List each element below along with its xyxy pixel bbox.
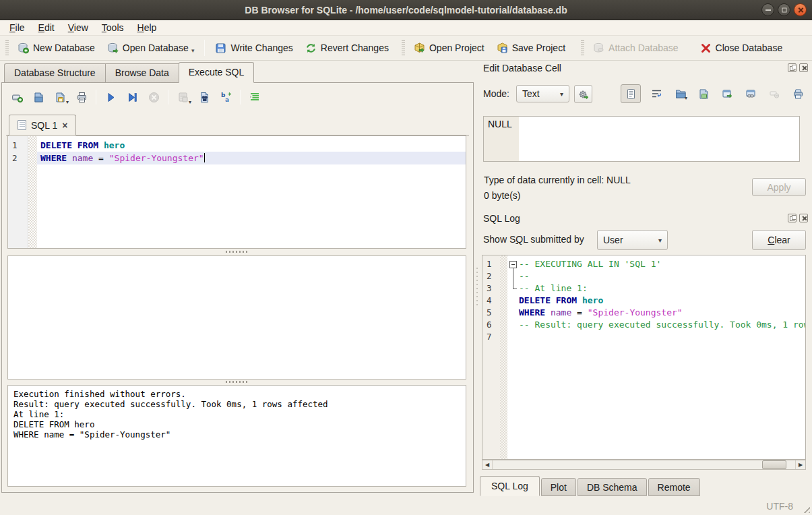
panes-splitter[interactable] — [474, 82, 480, 493]
save-file-icon — [698, 88, 710, 100]
save-dropdown-icon[interactable]: ▾ — [66, 99, 69, 105]
toolbar-handle[interactable] — [581, 40, 584, 55]
save-project-button[interactable]: Save Project — [491, 39, 571, 57]
tab-database-structure[interactable]: Database Structure — [4, 63, 105, 83]
sql-tab[interactable]: SQL 1 × — [9, 115, 76, 135]
import-dropdown-icon[interactable]: ▾ — [685, 95, 687, 101]
fold-marker-icon[interactable] — [507, 258, 519, 270]
open-sql-file-button[interactable] — [29, 88, 48, 106]
maximize-button[interactable] — [778, 3, 790, 16]
close-button[interactable] — [794, 3, 807, 16]
text-mode-toggle[interactable] — [621, 84, 641, 103]
find-button[interactable] — [195, 88, 214, 106]
main-toolbar: New Database Open Database ▾ Write Chang… — [0, 36, 812, 61]
tab-browse-data[interactable]: Browse Data — [105, 63, 179, 83]
menu-file[interactable]: File — [3, 21, 32, 34]
log-line-1: -- EXECUTING ALL IN 'SQL 1' — [507, 258, 805, 270]
menu-view[interactable]: View — [61, 21, 95, 34]
scrollbar-thumb[interactable] — [762, 460, 786, 469]
scroll-right-icon[interactable]: ▶ — [795, 460, 805, 469]
editor-text-area[interactable]: DELETE FROM hero WHERE name = "Spider-Yo… — [37, 136, 466, 248]
fold-marker-icon — [507, 282, 519, 295]
save-sql-file-button[interactable]: ▾ — [51, 88, 69, 106]
log-line-4: DELETE FROM hero — [507, 295, 805, 307]
log-line-2: -- — [507, 270, 805, 282]
open-in-external-button[interactable] — [719, 86, 735, 102]
menu-help[interactable]: Help — [131, 21, 164, 34]
float-dock-icon[interactable] — [788, 214, 797, 222]
close-database-button[interactable]: Close Database — [694, 39, 789, 57]
scrollbar-track[interactable] — [493, 460, 795, 469]
scroll-left-icon[interactable]: ◀ — [482, 460, 493, 469]
svg-text:a: a — [225, 96, 229, 103]
set-null-button[interactable] — [766, 86, 782, 102]
mode-combobox[interactable]: Text ▾ — [516, 85, 569, 102]
float-dock-icon[interactable] — [788, 63, 797, 72]
sql-log-view[interactable]: 1 2 3 4 5 6 7 -- EXECUTING ALL IN 'SQL 1… — [482, 255, 806, 460]
close-dock-icon[interactable] — [799, 63, 808, 72]
fold-marker-icon — [507, 331, 519, 343]
sql-toolbar: ▾ ▾ ba — [7, 88, 264, 106]
open-database-button[interactable]: Open Database ▾ — [101, 39, 201, 57]
line-number: 4 — [482, 295, 500, 307]
find-replace-button[interactable]: ba — [216, 88, 235, 106]
tab-sql-log[interactable]: SQL Log — [480, 476, 540, 496]
format-sql-button[interactable] — [245, 88, 264, 106]
results-table[interactable] — [7, 255, 466, 380]
write-changes-button[interactable]: Write Changes — [209, 39, 299, 57]
print-cell-button[interactable] — [790, 86, 806, 102]
revert-changes-icon — [305, 42, 317, 54]
apply-button[interactable]: Apply — [752, 178, 806, 196]
auto-format-button[interactable] — [574, 85, 592, 103]
tab-remote[interactable]: Remote — [648, 478, 700, 496]
mode-value: Text — [522, 88, 540, 99]
stop-execution-button[interactable] — [144, 88, 163, 106]
word-wrap-button[interactable] — [648, 86, 664, 102]
dock-tabbar: SQL Log Plot DB Schema Remote — [480, 476, 701, 496]
sql-log-dock-title: SQL Log — [483, 213, 520, 224]
message-line: WHERE name = "Spider-Youngster" — [13, 429, 460, 440]
toolbar-handle[interactable] — [402, 40, 405, 55]
export-cell-data-button[interactable] — [695, 86, 712, 102]
log-filter-combobox[interactable]: User ▾ — [597, 230, 668, 250]
editor-results-splitter[interactable] — [7, 249, 466, 254]
print-icon — [76, 92, 88, 103]
revert-changes-button[interactable]: Revert Changes — [299, 39, 395, 57]
execute-all-button[interactable] — [101, 88, 120, 106]
new-sql-tab-button[interactable] — [7, 88, 26, 106]
line-number: 1 — [482, 258, 500, 270]
log-text-area: -- EXECUTING ALL IN 'SQL 1' -- -- At lin… — [507, 255, 805, 459]
log-horizontal-scrollbar[interactable]: ◀ ▶ — [482, 460, 806, 470]
editor-line-2-current: WHERE name = "Spider-Youngster" — [37, 152, 466, 164]
execution-message-panel[interactable]: Execution finished without errors. Resul… — [7, 385, 466, 487]
sql-tab-close-icon[interactable]: × — [62, 120, 67, 131]
save-results-dropdown-icon[interactable]: ▾ — [189, 99, 191, 105]
resize-grip[interactable] — [801, 504, 810, 513]
attach-database-button[interactable]: Attach Database — [587, 39, 685, 57]
import-cell-data-button[interactable]: ▾ — [672, 86, 688, 102]
print-sql-button[interactable] — [72, 88, 91, 106]
execute-line-button[interactable] — [123, 88, 142, 106]
tab-execute-sql[interactable]: Execute SQL — [179, 62, 255, 83]
window-title: DB Browser for SQLite - /home/user/code/… — [245, 5, 567, 16]
save-results-button[interactable]: ▾ — [173, 88, 192, 106]
minimize-button[interactable] — [761, 3, 774, 16]
toolbar-handle[interactable] — [5, 40, 9, 55]
editor-line-1: DELETE FROM hero — [37, 139, 466, 152]
cell-mode-row: Mode: Text ▾ ▾ — [483, 84, 806, 104]
log-line-6: -- Result: query executed successfully. … — [507, 319, 805, 331]
open-database-dropdown-icon[interactable]: ▾ — [191, 47, 195, 54]
tab-db-schema[interactable]: DB Schema — [577, 478, 647, 496]
clear-log-button[interactable]: Clear — [752, 230, 806, 250]
sql-editor[interactable]: 1 2 DELETE FROM hero WHERE name = "Spide… — [7, 135, 466, 249]
close-dock-icon[interactable] — [799, 214, 808, 222]
cell-value-editor[interactable]: NULL — [483, 116, 800, 162]
results-message-splitter[interactable] — [7, 380, 466, 384]
menu-edit[interactable]: Edit — [32, 21, 61, 34]
edit-cell-dock-title: Edit Database Cell — [483, 63, 561, 73]
menu-tools[interactable]: Tools — [95, 21, 131, 34]
open-project-button[interactable]: Open Project — [408, 39, 491, 57]
link-data-button[interactable] — [743, 86, 759, 102]
tab-plot[interactable]: Plot — [541, 478, 576, 496]
new-database-button[interactable]: New Database — [11, 39, 101, 57]
